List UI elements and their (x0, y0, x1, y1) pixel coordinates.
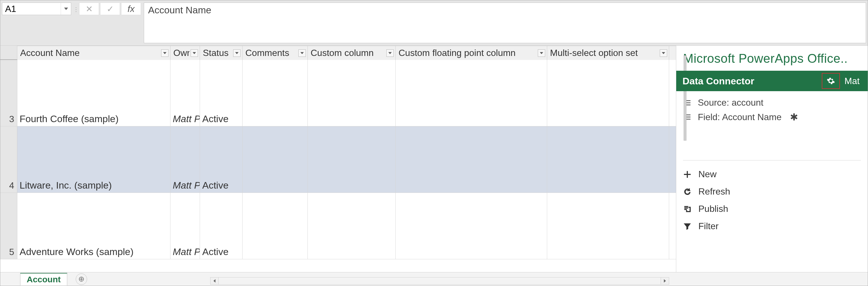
user-label-truncated: Mat (844, 76, 862, 86)
sheet-tab-bar: Account ⊕ (0, 272, 868, 286)
panel-divider (683, 160, 861, 161)
filter-dropdown[interactable] (191, 50, 198, 57)
spreadsheet-grid[interactable]: Account Name Own Status Comments Custom … (0, 46, 683, 272)
chevron-down-icon (163, 51, 166, 55)
column-header-custom-float[interactable]: Custom floating point column (396, 46, 547, 60)
row-header[interactable]: 5 (0, 193, 17, 259)
chevron-down-icon (193, 51, 196, 55)
source-info: Source: account (683, 97, 861, 108)
cell-own[interactable]: Matt P (170, 126, 200, 193)
cell-custom-column[interactable] (308, 126, 396, 193)
formula-bar: A1 ⋮ ✕ ✓ fx Account Name (0, 0, 868, 46)
add-sheet-button[interactable]: ⊕ (76, 274, 87, 285)
powerapps-panel: Microsoft PowerApps Office.. Data Connec… (676, 46, 868, 272)
cell-multi-select[interactable] (547, 193, 669, 259)
cell-multi-select[interactable] (547, 60, 669, 126)
cell-custom-column[interactable] (308, 60, 396, 126)
table-row[interactable]: 3Fourth Coffee (sample)Matt PActive (0, 60, 683, 126)
chevron-down-icon (540, 51, 543, 55)
cell-account-name[interactable]: Fourth Coffee (sample) (17, 60, 170, 126)
cancel-edit-button[interactable]: ✕ (79, 3, 99, 15)
panel-bar-label: Data Connector (682, 76, 754, 87)
table-row[interactable]: 4Litware, Inc. (sample)Matt PActive (0, 126, 683, 193)
panel-title: Microsoft PowerApps Office.. (676, 46, 868, 71)
filter-button[interactable]: Filter (683, 218, 861, 235)
settings-button[interactable] (822, 73, 840, 89)
field-text: Field: Account Name (698, 112, 781, 122)
chevron-down-icon (300, 51, 304, 55)
refresh-button[interactable]: Refresh (683, 183, 861, 200)
column-header-comments[interactable]: Comments (243, 46, 308, 60)
cell-account-name[interactable]: Litware, Inc. (sample) (17, 126, 170, 193)
scroll-right-button[interactable] (661, 277, 669, 285)
horizontal-scrollbar[interactable] (210, 277, 669, 285)
cell-account-name[interactable]: Adventure Works (sample) (17, 193, 170, 259)
cell-custom-float[interactable] (396, 126, 547, 193)
table-row[interactable]: 5Adventure Works (sample)Matt PActive (0, 193, 683, 259)
new-button[interactable]: New (683, 166, 861, 183)
scroll-track[interactable] (219, 277, 661, 285)
gear-icon (827, 77, 835, 85)
name-box-dropdown[interactable] (61, 3, 71, 15)
chevron-down-icon (388, 51, 392, 55)
column-header-custom-column[interactable]: Custom column (308, 46, 396, 60)
row-header[interactable]: 4 (0, 126, 17, 193)
chevron-down-icon (64, 7, 68, 11)
filter-dropdown[interactable] (233, 50, 241, 57)
cell-status[interactable]: Active (200, 60, 243, 126)
cell-custom-float[interactable] (396, 60, 547, 126)
cell-own[interactable]: Matt P (170, 193, 200, 259)
chevron-right-icon (663, 279, 666, 283)
filter-dropdown[interactable] (660, 50, 667, 57)
field-info: Field: Account Name ✱ (683, 111, 861, 123)
filter-dropdown[interactable] (386, 50, 394, 57)
chevron-left-icon (213, 279, 216, 283)
name-box-value: A1 (2, 4, 61, 14)
cell-status[interactable]: Active (200, 126, 243, 193)
cell-comments[interactable] (243, 126, 308, 193)
name-box[interactable]: A1 (2, 3, 71, 15)
formula-input[interactable]: Account Name (144, 3, 866, 43)
sheet-tab-account[interactable]: Account (20, 273, 67, 285)
cell-status[interactable]: Active (200, 193, 243, 259)
column-header-own[interactable]: Own (170, 46, 200, 60)
cell-multi-select[interactable] (547, 126, 669, 193)
cell-comments[interactable] (243, 60, 308, 126)
publish-button[interactable]: Publish (683, 200, 861, 218)
fx-icon: fx (128, 4, 135, 14)
filter-dropdown[interactable] (161, 50, 168, 57)
panel-header-bar: Data Connector Mat (676, 71, 868, 91)
x-icon: ✕ (86, 4, 93, 14)
divider: ⋮ (74, 0, 78, 46)
column-header-status[interactable]: Status (200, 46, 243, 60)
filter-dropdown[interactable] (538, 50, 545, 57)
accept-edit-button[interactable]: ✓ (100, 3, 120, 15)
select-all-corner[interactable] (0, 46, 17, 60)
cell-comments[interactable] (243, 193, 308, 259)
chevron-down-icon (235, 51, 239, 55)
check-icon: ✓ (107, 4, 114, 14)
filter-dropdown[interactable] (299, 50, 306, 57)
required-asterisk-icon: ✱ (790, 111, 798, 123)
source-text: Source: account (698, 97, 763, 108)
plus-icon: ⊕ (78, 275, 85, 283)
cell-own[interactable]: Matt P (170, 60, 200, 126)
column-header-multi-select[interactable]: Multi-select option set (547, 46, 669, 60)
cell-custom-float[interactable] (396, 193, 547, 259)
column-header-account-name[interactable]: Account Name (17, 46, 170, 60)
scroll-thumb[interactable] (684, 55, 686, 141)
chevron-down-icon (662, 51, 665, 55)
scroll-left-button[interactable] (210, 277, 219, 285)
row-header[interactable]: 3 (0, 60, 17, 126)
insert-function-button[interactable]: fx (121, 3, 141, 15)
cell-custom-column[interactable] (308, 193, 396, 259)
